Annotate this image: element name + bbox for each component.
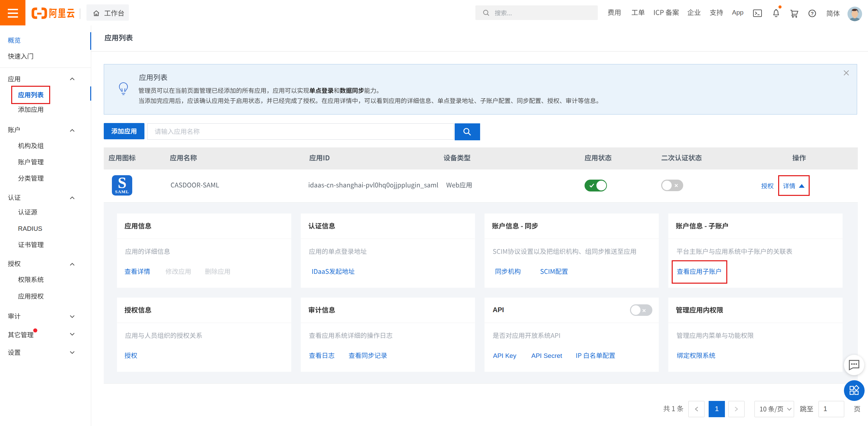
svg-text:?: ? <box>811 11 814 16</box>
